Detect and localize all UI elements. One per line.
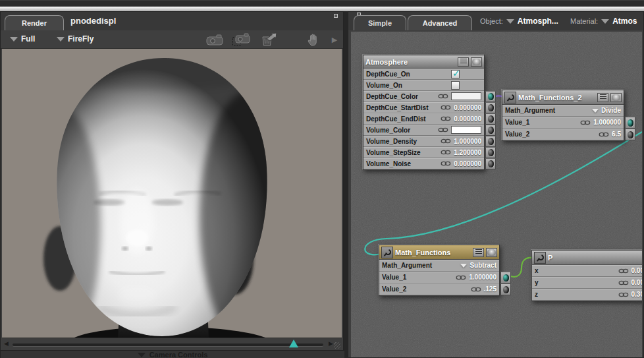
input-plug[interactable] bbox=[485, 113, 496, 125]
link-icon[interactable] bbox=[618, 268, 629, 274]
link-icon[interactable] bbox=[618, 292, 629, 297]
tab-render[interactable]: Render bbox=[5, 15, 64, 30]
node-atmosphere[interactable]: Atmosphere DepthCue_On ✓ Volume_On Depth… bbox=[363, 55, 485, 170]
param-value[interactable]: 1.200000 bbox=[454, 149, 481, 156]
link-icon[interactable] bbox=[618, 280, 629, 285]
param-row: Volume_Noise 0.000000 bbox=[363, 158, 484, 169]
param-label: DepthCue_On bbox=[366, 71, 410, 78]
link-icon[interactable] bbox=[456, 275, 466, 280]
node-header[interactable]: Math_Functions bbox=[379, 245, 499, 260]
node-header[interactable]: P bbox=[532, 251, 642, 265]
scrollbar-handle[interactable] bbox=[289, 340, 298, 347]
color-swatch[interactable] bbox=[451, 126, 481, 134]
node-preview-icon[interactable] bbox=[486, 248, 497, 257]
link-icon[interactable] bbox=[441, 150, 451, 155]
param-value[interactable]: .125 bbox=[484, 285, 496, 293]
object-selector[interactable]: Object: Atmosph... bbox=[480, 16, 558, 26]
link-icon[interactable] bbox=[471, 287, 481, 292]
tab-simple[interactable]: Simple bbox=[354, 15, 406, 30]
link-icon[interactable] bbox=[441, 161, 451, 166]
camera-controls-bar[interactable]: Camera Controls bbox=[1, 350, 344, 358]
export-render-icon[interactable] bbox=[259, 32, 279, 47]
render-camera-icon[interactable] bbox=[205, 32, 225, 47]
pan-hand-icon[interactable] bbox=[302, 32, 322, 47]
output-plug-icon[interactable] bbox=[504, 92, 516, 104]
checkbox-checked[interactable]: ✓ bbox=[451, 70, 460, 78]
node-preview-icon[interactable] bbox=[471, 57, 482, 67]
input-plug[interactable] bbox=[500, 283, 511, 295]
material-tabbar: Simple Advanced Object: Atmosph... Mater… bbox=[348, 12, 643, 30]
scroll-right-arrow[interactable]: ▶ bbox=[329, 340, 333, 347]
param-value[interactable]: 0.00 bbox=[631, 267, 642, 274]
display-mode-dropdown[interactable]: Full bbox=[10, 34, 35, 44]
param-value[interactable]: 0.000000 bbox=[454, 115, 481, 123]
chevron-down-icon[interactable] bbox=[592, 109, 599, 113]
param-label: Volume_Color bbox=[366, 127, 410, 134]
input-plug[interactable] bbox=[625, 129, 635, 140]
material-selector[interactable]: Material: Atmos bbox=[570, 16, 637, 26]
link-icon[interactable] bbox=[441, 116, 451, 121]
link-icon[interactable] bbox=[580, 120, 591, 125]
param-value[interactable]: 0.000000 bbox=[454, 160, 481, 167]
param-value[interactable]: 0.30 bbox=[631, 291, 642, 298]
input-plug[interactable] bbox=[485, 147, 496, 158]
more-arrow-icon[interactable]: ▶ bbox=[325, 32, 344, 47]
param-value[interactable]: 0.00 bbox=[631, 279, 642, 286]
node-header[interactable]: Math_Functions_2 bbox=[502, 90, 624, 105]
render-viewport[interactable] bbox=[2, 49, 342, 338]
param-row: Volume_Density 1.000000 bbox=[363, 136, 484, 147]
input-plug[interactable] bbox=[485, 158, 496, 169]
dropdown-value[interactable]: Subtract bbox=[470, 262, 496, 269]
resize-grip-icon[interactable] bbox=[334, 342, 340, 349]
node-menu-icon[interactable] bbox=[458, 57, 469, 67]
input-plug-connected[interactable] bbox=[500, 272, 511, 283]
tab-advanced-label: Advanced bbox=[423, 19, 458, 27]
input-plug-connected[interactable] bbox=[625, 117, 635, 129]
plug-column bbox=[485, 91, 496, 169]
chevron-down-icon[interactable] bbox=[460, 264, 467, 268]
node-menu-icon[interactable] bbox=[473, 248, 484, 257]
param-label: DepthCue_StartDist bbox=[366, 104, 428, 111]
renderer-dropdown[interactable]: FireFly bbox=[57, 34, 94, 44]
node-title: Math_Functions_2 bbox=[518, 94, 595, 102]
node-header[interactable]: Atmosphere bbox=[363, 55, 484, 69]
link-icon[interactable] bbox=[599, 132, 609, 137]
output-plug-icon[interactable] bbox=[534, 252, 546, 264]
param-row: Value_2 6.5 bbox=[502, 129, 624, 140]
param-value[interactable]: 0.000000 bbox=[454, 104, 481, 111]
check-icon: ✓ bbox=[452, 68, 460, 78]
input-plug-connected[interactable] bbox=[485, 91, 496, 102]
param-row: DepthCue_On ✓ bbox=[363, 69, 484, 80]
param-value[interactable]: 1.000000 bbox=[454, 138, 481, 145]
render-toolbar: Full FireFly bbox=[1, 30, 343, 49]
node-math-functions-2[interactable]: Math_Functions_2 Math_Argument Divide Va… bbox=[502, 90, 624, 141]
display-mode-label: Full bbox=[21, 34, 35, 44]
node-math-functions[interactable]: Math_Functions Math_Argument Subtract Va… bbox=[379, 245, 500, 296]
tab-advanced[interactable]: Advanced bbox=[408, 15, 472, 30]
input-plug[interactable] bbox=[485, 125, 496, 136]
param-value[interactable]: 1.000000 bbox=[593, 119, 621, 126]
input-plug[interactable] bbox=[485, 136, 496, 147]
link-icon[interactable] bbox=[438, 127, 448, 133]
node-p[interactable]: P x 0.00 y 0.00 z 0.30 bbox=[531, 250, 642, 301]
link-icon[interactable] bbox=[441, 105, 451, 110]
tab-simple-label: Simple bbox=[368, 19, 392, 27]
link-icon[interactable] bbox=[441, 138, 451, 144]
param-value[interactable]: 1.000000 bbox=[469, 274, 496, 281]
color-swatch[interactable] bbox=[451, 92, 481, 100]
checkbox-unchecked[interactable] bbox=[451, 81, 460, 90]
param-value[interactable]: 6.5 bbox=[612, 131, 621, 138]
scroll-left-arrow[interactable]: ◀ bbox=[4, 340, 9, 347]
input-plug[interactable] bbox=[485, 102, 496, 113]
node-menu-icon[interactable] bbox=[597, 93, 608, 102]
node-preview-icon[interactable] bbox=[610, 93, 622, 102]
panel-widget-icon[interactable] bbox=[334, 14, 338, 18]
node-canvas[interactable]: Atmosphere DepthCue_On ✓ Volume_On Depth… bbox=[351, 32, 642, 357]
scrollbar-groove[interactable] bbox=[13, 343, 323, 346]
area-render-camera-icon[interactable] bbox=[231, 32, 251, 47]
dropdown-value[interactable]: Divide bbox=[601, 107, 621, 114]
object-value: Atmosph... bbox=[518, 16, 558, 26]
output-plug-icon[interactable] bbox=[381, 247, 393, 258]
camera-controls-label: Camera Controls bbox=[149, 351, 208, 358]
link-icon[interactable] bbox=[438, 94, 448, 99]
